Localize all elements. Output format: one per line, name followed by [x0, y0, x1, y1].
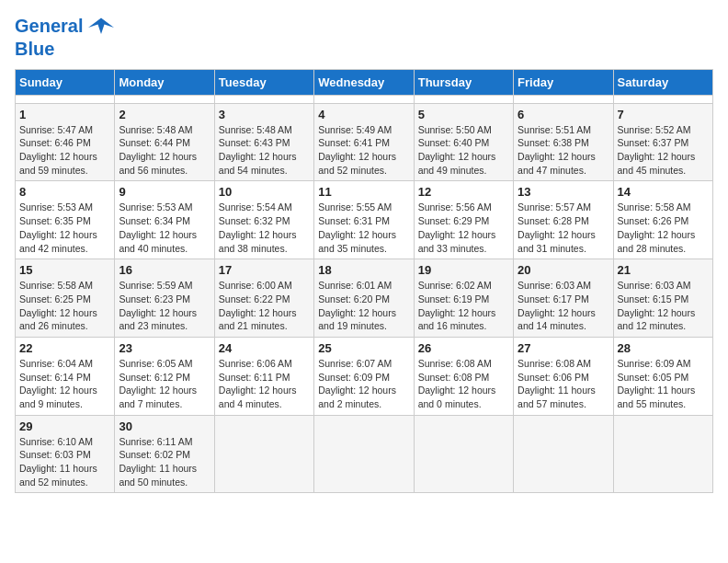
day-number: 13	[518, 185, 609, 199]
col-friday: Friday	[514, 69, 613, 95]
table-row: 14 Sunrise: 5:58 AM Sunset: 6:26 PM Dayl…	[613, 181, 712, 259]
calendar-week-row: 8 Sunrise: 5:53 AM Sunset: 6:35 PM Dayli…	[16, 181, 713, 259]
table-row: 22 Sunrise: 6:04 AM Sunset: 6:14 PM Dayl…	[16, 337, 115, 415]
day-number: 17	[219, 263, 310, 277]
table-row: 19 Sunrise: 6:02 AM Sunset: 6:19 PM Dayl…	[414, 259, 513, 338]
day-number: 10	[219, 185, 310, 199]
day-info: Sunrise: 5:54 AM Sunset: 6:32 PM Dayligh…	[219, 201, 310, 255]
day-info: Sunrise: 5:52 AM Sunset: 6:37 PM Dayligh…	[618, 123, 709, 178]
table-row: 24 Sunrise: 6:06 AM Sunset: 6:11 PM Dayl…	[214, 337, 313, 415]
table-row: 30 Sunrise: 6:11 AM Sunset: 6:02 PM Dayl…	[115, 415, 214, 493]
svg-marker-0	[88, 17, 114, 34]
logo-bird-icon	[88, 17, 114, 38]
table-row: 1 Sunrise: 5:47 AM Sunset: 6:46 PM Dayli…	[16, 103, 115, 181]
col-sunday: Sunday	[16, 69, 115, 95]
col-saturday: Saturday	[613, 69, 712, 95]
day-info: Sunrise: 5:53 AM Sunset: 6:35 PM Dayligh…	[19, 201, 110, 255]
day-number: 27	[518, 341, 609, 355]
day-number: 7	[618, 108, 709, 121]
day-info: Sunrise: 5:49 AM Sunset: 6:41 PM Dayligh…	[318, 123, 409, 178]
day-info: Sunrise: 5:59 AM Sunset: 6:23 PM Dayligh…	[119, 279, 210, 333]
table-row: 15 Sunrise: 5:58 AM Sunset: 6:25 PM Dayl…	[16, 259, 115, 338]
day-info: Sunrise: 6:10 AM Sunset: 6:03 PM Dayligh…	[19, 435, 110, 489]
day-number: 1	[19, 108, 110, 121]
table-row	[613, 95, 712, 103]
table-row: 11 Sunrise: 5:55 AM Sunset: 6:31 PM Dayl…	[314, 181, 414, 259]
day-info: Sunrise: 6:08 AM Sunset: 6:08 PM Dayligh…	[418, 357, 509, 411]
calendar-table: Sunday Monday Tuesday Wednesday Thursday…	[15, 69, 713, 494]
table-row: 13 Sunrise: 5:57 AM Sunset: 6:28 PM Dayl…	[514, 181, 613, 259]
day-number: 9	[119, 185, 210, 199]
table-row: 12 Sunrise: 5:56 AM Sunset: 6:29 PM Dayl…	[414, 181, 513, 259]
table-row	[214, 95, 313, 103]
table-row	[414, 415, 513, 493]
table-row	[514, 415, 613, 493]
day-number: 15	[19, 263, 110, 277]
col-monday: Monday	[115, 69, 214, 95]
calendar-week-row: 29 Sunrise: 6:10 AM Sunset: 6:03 PM Dayl…	[16, 415, 713, 493]
col-thursday: Thursday	[414, 69, 513, 95]
table-row: 10 Sunrise: 5:54 AM Sunset: 6:32 PM Dayl…	[214, 181, 313, 259]
day-info: Sunrise: 6:03 AM Sunset: 6:15 PM Dayligh…	[618, 279, 709, 333]
table-row	[214, 415, 313, 493]
table-row: 21 Sunrise: 6:03 AM Sunset: 6:15 PM Dayl…	[613, 259, 712, 338]
day-number: 8	[19, 185, 110, 199]
day-info: Sunrise: 6:11 AM Sunset: 6:02 PM Dayligh…	[119, 435, 210, 489]
table-row: 29 Sunrise: 6:10 AM Sunset: 6:03 PM Dayl…	[16, 415, 115, 493]
day-number: 2	[119, 108, 210, 121]
day-number: 18	[318, 263, 409, 277]
table-row: 7 Sunrise: 5:52 AM Sunset: 6:37 PM Dayli…	[613, 103, 712, 181]
day-number: 22	[19, 341, 110, 355]
day-number: 14	[618, 185, 709, 199]
calendar-week-row	[16, 95, 713, 103]
table-row	[414, 95, 513, 103]
day-info: Sunrise: 5:51 AM Sunset: 6:38 PM Dayligh…	[518, 123, 609, 178]
day-number: 11	[318, 185, 409, 199]
day-number: 20	[518, 263, 609, 277]
day-number: 28	[618, 341, 709, 355]
table-row	[613, 415, 712, 493]
table-row	[314, 95, 414, 103]
calendar-week-row: 1 Sunrise: 5:47 AM Sunset: 6:46 PM Dayli…	[16, 103, 713, 181]
day-info: Sunrise: 5:55 AM Sunset: 6:31 PM Dayligh…	[318, 201, 409, 255]
table-row	[115, 95, 214, 103]
day-info: Sunrise: 5:57 AM Sunset: 6:28 PM Dayligh…	[518, 201, 609, 255]
table-row: 5 Sunrise: 5:50 AM Sunset: 6:40 PM Dayli…	[414, 103, 513, 181]
day-number: 16	[119, 263, 210, 277]
day-number: 12	[418, 185, 509, 199]
table-row: 28 Sunrise: 6:09 AM Sunset: 6:05 PM Dayl…	[613, 337, 712, 415]
day-info: Sunrise: 5:53 AM Sunset: 6:34 PM Dayligh…	[119, 201, 210, 255]
day-number: 19	[418, 263, 509, 277]
col-wednesday: Wednesday	[314, 69, 414, 95]
table-row: 17 Sunrise: 6:00 AM Sunset: 6:22 PM Dayl…	[214, 259, 313, 338]
day-info: Sunrise: 6:01 AM Sunset: 6:20 PM Dayligh…	[318, 279, 409, 333]
col-tuesday: Tuesday	[214, 69, 313, 95]
table-row: 23 Sunrise: 6:05 AM Sunset: 6:12 PM Dayl…	[115, 337, 214, 415]
table-row: 20 Sunrise: 6:03 AM Sunset: 6:17 PM Dayl…	[514, 259, 613, 338]
table-row	[514, 95, 613, 103]
day-info: Sunrise: 6:03 AM Sunset: 6:17 PM Dayligh…	[518, 279, 609, 333]
table-row: 25 Sunrise: 6:07 AM Sunset: 6:09 PM Dayl…	[314, 337, 414, 415]
table-row: 2 Sunrise: 5:48 AM Sunset: 6:44 PM Dayli…	[115, 103, 214, 181]
day-info: Sunrise: 5:48 AM Sunset: 6:43 PM Dayligh…	[219, 123, 310, 178]
day-info: Sunrise: 6:08 AM Sunset: 6:06 PM Dayligh…	[518, 357, 609, 411]
day-number: 30	[119, 419, 210, 433]
table-row: 9 Sunrise: 5:53 AM Sunset: 6:34 PM Dayli…	[115, 181, 214, 259]
table-row	[16, 95, 115, 103]
table-row: 26 Sunrise: 6:08 AM Sunset: 6:08 PM Dayl…	[414, 337, 513, 415]
table-row: 4 Sunrise: 5:49 AM Sunset: 6:41 PM Dayli…	[314, 103, 414, 181]
day-info: Sunrise: 5:48 AM Sunset: 6:44 PM Dayligh…	[119, 123, 210, 178]
day-number: 5	[418, 108, 509, 121]
day-info: Sunrise: 5:56 AM Sunset: 6:29 PM Dayligh…	[418, 201, 509, 255]
table-row: 27 Sunrise: 6:08 AM Sunset: 6:06 PM Dayl…	[514, 337, 613, 415]
day-info: Sunrise: 5:50 AM Sunset: 6:40 PM Dayligh…	[418, 123, 509, 178]
logo-text: General Blue	[15, 15, 114, 60]
table-row: 8 Sunrise: 5:53 AM Sunset: 6:35 PM Dayli…	[16, 181, 115, 259]
table-row: 18 Sunrise: 6:01 AM Sunset: 6:20 PM Dayl…	[314, 259, 414, 338]
day-number: 23	[119, 341, 210, 355]
day-info: Sunrise: 6:06 AM Sunset: 6:11 PM Dayligh…	[219, 357, 310, 411]
day-number: 4	[318, 108, 409, 121]
day-number: 6	[518, 108, 609, 121]
day-number: 25	[318, 341, 409, 355]
page-header: General Blue	[15, 15, 713, 60]
